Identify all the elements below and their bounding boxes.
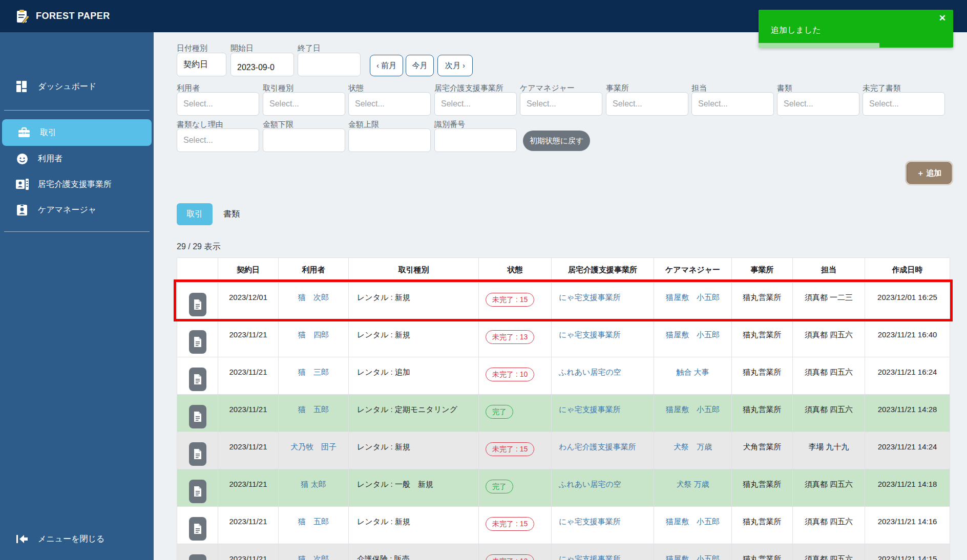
office-link[interactable]: ふれあい居宅の空: [559, 480, 621, 488]
sidebar: ダッシュボード 取引 利用者: [0, 32, 154, 560]
office-link[interactable]: にゃ宅支援事業所: [559, 517, 621, 526]
document-icon-button[interactable]: [189, 405, 206, 428]
identifier-input[interactable]: [434, 128, 517, 152]
cell-status: 未完了 : 15: [479, 283, 552, 320]
care-manager-link[interactable]: 猫屋敷 小五郎: [666, 330, 720, 339]
document-icon-button[interactable]: [189, 517, 206, 541]
cell-office: にゃ宅支援事業所: [552, 283, 654, 320]
add-button-label: 追加: [927, 168, 942, 177]
col-staff: 担当: [793, 258, 865, 283]
user-link[interactable]: 猫 五郎: [298, 517, 329, 526]
office-link[interactable]: にゃ宅支援事業所: [559, 554, 621, 560]
start-date-input[interactable]: [230, 53, 294, 76]
cell-office: にゃ宅支援事業所: [552, 507, 654, 544]
select-placeholder: Select...: [527, 99, 556, 109]
date-type-value: 契約日: [183, 59, 208, 70]
cell-branch: 猫丸営業所: [732, 507, 793, 544]
reset-filters-button[interactable]: 初期状態に戻す: [523, 131, 590, 151]
care-manager-link[interactable]: 猫屋敷 小五郎: [666, 405, 720, 414]
user-select[interactable]: Select...: [177, 92, 259, 116]
cell-document: [177, 432, 218, 469]
type-select[interactable]: Select...: [263, 92, 345, 116]
date-type-select[interactable]: 契約日: [177, 53, 226, 76]
documents-select[interactable]: Select...: [777, 92, 859, 116]
care-manager-link[interactable]: 犬祭 万歳: [676, 480, 709, 488]
sidebar-item-label: 利用者: [38, 154, 62, 164]
toast-close-button[interactable]: ✕: [939, 14, 946, 23]
cell-staff: 須真都 四五六: [793, 320, 865, 357]
care-manager-link[interactable]: 猫屋敷 小五郎: [666, 554, 720, 560]
prev-month-button[interactable]: ‹ 前月: [370, 55, 403, 76]
sidebar-collapse-button[interactable]: メニューを閉じる: [0, 526, 154, 552]
col-status: 状態: [479, 258, 552, 283]
user-link[interactable]: 猫 四郎: [298, 330, 329, 339]
user-link[interactable]: 猫 三郎: [298, 368, 329, 376]
care-manager-link[interactable]: 猫屋敷 小五郎: [666, 293, 720, 301]
user-link[interactable]: 猫 次郎: [298, 554, 329, 560]
status-incomplete-badge: 未完了 : 15: [486, 293, 534, 307]
care-manager-link[interactable]: 犬祭 万歳: [674, 442, 712, 451]
sidebar-item-users[interactable]: 利用者: [0, 145, 154, 172]
cell-type: レンタル : 定期モニタリング: [349, 395, 479, 432]
cell-staff: 李場 九十九: [793, 432, 865, 469]
branch-select[interactable]: Select...: [606, 92, 688, 116]
toast-success: 追加しました ✕: [759, 10, 953, 48]
sidebar-item-dashboard[interactable]: ダッシュボード: [0, 73, 154, 100]
sidebar-item-transactions[interactable]: 取引: [2, 119, 152, 146]
status-complete-badge: 完了: [486, 405, 513, 419]
next-month-button[interactable]: 次月 ›: [437, 55, 473, 76]
cell-contract-date: 2023/11/21: [218, 507, 279, 544]
document-icon-button[interactable]: [189, 554, 206, 560]
user-link[interactable]: 犬乃牧 団子: [290, 442, 337, 451]
table-row: 2023/11/21猫 太郎レンタル : 一般 新規完了ふれあい居宅の空犬祭 万…: [177, 469, 950, 507]
document-icon-button[interactable]: [189, 330, 206, 354]
tab-documents[interactable]: 書類: [220, 203, 243, 225]
cell-branch: 猫丸営業所: [732, 469, 793, 507]
cell-care-manager: 犬祭 万歳: [654, 432, 732, 469]
staff-select[interactable]: Select...: [691, 92, 774, 116]
office-link[interactable]: ふれあい居宅の空: [559, 368, 621, 376]
office-link[interactable]: にゃ宅支援事業所: [559, 293, 621, 301]
status-incomplete-badge: 未完了 : 12: [486, 554, 534, 560]
cell-user: 猫 四郎: [279, 320, 349, 357]
care-manager-link[interactable]: 触合 大事: [676, 368, 709, 376]
cell-user: 猫 三郎: [279, 357, 349, 395]
document-icon-button[interactable]: [189, 368, 206, 391]
table-row: 2023/11/21猫 三郎レンタル : 追加未完了 : 10ふれあい居宅の空触…: [177, 357, 950, 395]
sidebar-item-home-care-office[interactable]: 居宅介護支援事業所: [0, 171, 154, 198]
sidebar-item-care-manager[interactable]: ケアマネージャ: [0, 197, 154, 223]
document-icon-button[interactable]: [189, 480, 206, 503]
col-created-at: 作成日時: [865, 258, 950, 283]
cell-created-at: 2023/11/21 14:16: [865, 507, 950, 544]
collapse-menu-icon: [15, 534, 29, 544]
amount-max-input[interactable]: [348, 128, 431, 152]
end-date-input[interactable]: [298, 53, 361, 76]
this-month-button[interactable]: 今月: [406, 55, 434, 76]
table-row: 2023/11/21猫 次郎介護保険 : 販売未完了 : 12にゃ宅支援事業所猫…: [177, 544, 950, 560]
add-button[interactable]: ＋ 追加: [907, 162, 952, 184]
cell-created-at: 2023/11/21 14:15: [865, 544, 950, 560]
sidebar-item-label: ケアマネージャ: [38, 205, 96, 216]
care-manager-link[interactable]: 猫屋敷 小五郎: [666, 517, 720, 526]
care-manager-select[interactable]: Select...: [520, 92, 602, 116]
tab-transactions[interactable]: 取引: [177, 203, 213, 225]
document-icon-button[interactable]: [189, 442, 206, 466]
user-link[interactable]: 猫 五郎: [298, 405, 329, 414]
user-link[interactable]: 猫 太郎: [301, 480, 326, 488]
cell-user: 猫 太郎: [279, 469, 349, 507]
incomplete-docs-select[interactable]: Select...: [863, 92, 945, 116]
user-link[interactable]: 猫 次郎: [298, 293, 329, 301]
main-content: 日付種別 契約日 開始日 終了日 ‹ 前月 今月 次月 › 利用者 取引種別 状…: [154, 32, 967, 560]
office-select[interactable]: Select...: [434, 92, 517, 116]
select-placeholder: Select...: [183, 136, 213, 145]
status-select[interactable]: Select...: [348, 92, 431, 116]
cell-created-at: 2023/11/21 14:28: [865, 395, 950, 432]
cell-type: レンタル : 新規: [349, 320, 479, 357]
office-link[interactable]: わん宅介護支援事業所: [559, 442, 636, 451]
cell-contract-date: 2023/11/21: [218, 432, 279, 469]
no-doc-reason-select[interactable]: Select...: [177, 128, 259, 152]
document-icon-button[interactable]: [189, 293, 206, 316]
office-link[interactable]: にゃ宅支援事業所: [559, 405, 621, 414]
amount-min-input[interactable]: [263, 128, 345, 152]
office-link[interactable]: にゃ宅支援事業所: [559, 330, 621, 339]
